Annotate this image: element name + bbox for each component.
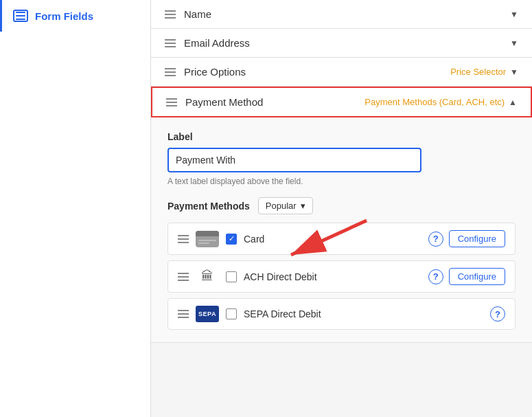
svg-rect-2: [16, 19, 25, 20]
drag-handle-ach[interactable]: [178, 273, 189, 281]
field-email-label: Email Address: [184, 37, 250, 49]
pm-item-sepa: SEPA SEPA Direct Debit ?: [167, 298, 516, 330]
field-row-name[interactable]: Name ▼: [151, 0, 532, 29]
sidebar: Form Fields: [0, 0, 151, 417]
pm-filter-dropdown[interactable]: Popular ▾: [258, 197, 313, 214]
payment-methods-badge: Payment Methods (Card, ACH, etc): [365, 97, 505, 107]
pm-item-ach: 🏛 ACH Direct Debit ? Configure: [167, 260, 516, 293]
svg-rect-1: [16, 15, 25, 16]
pm-section-title: Payment Methods: [167, 201, 250, 212]
sidebar-item-form-fields[interactable]: Form Fields: [0, 0, 150, 32]
pm-item-ach-left: 🏛 ACH Direct Debit: [178, 269, 421, 285]
pm-item-card-right: ? Configure: [428, 230, 505, 247]
field-row-email-left: Email Address: [165, 37, 250, 49]
field-row-payment[interactable]: Payment Method Payment Methods (Card, AC…: [151, 87, 532, 117]
card-payment-icon: [196, 231, 219, 247]
field-row-name-left: Name: [165, 8, 211, 20]
sepa-payment-icon: SEPA: [196, 306, 219, 322]
card-name: Card: [244, 234, 264, 245]
chevron-down-icon-price: ▼: [510, 67, 518, 77]
field-row-payment-right: Payment Methods (Card, ACH, etc) ▲: [365, 97, 517, 107]
field-row-name-right: ▼: [510, 10, 518, 19]
sepa-name: SEPA Direct Debit: [244, 308, 321, 319]
label-section: Label A text label displayed above the f…: [167, 131, 516, 186]
label-hint: A text label displayed above the field.: [167, 177, 516, 186]
payment-methods-section: Payment Methods Popular ▾: [167, 197, 516, 330]
card-checkbox[interactable]: [226, 234, 237, 245]
price-selector-badge: Price Selector: [450, 67, 506, 77]
field-payment-label: Payment Method: [185, 96, 263, 108]
expanded-panel: Label A text label displayed above the f…: [151, 117, 532, 343]
field-row-email-right: ▼: [510, 38, 518, 48]
ach-configure-button[interactable]: Configure: [449, 268, 505, 285]
sepa-checkbox[interactable]: [226, 308, 237, 319]
drag-handle-name[interactable]: [165, 10, 176, 19]
pm-item-card-left: Card: [178, 231, 421, 247]
pm-header: Payment Methods Popular ▾: [167, 197, 516, 214]
field-row-payment-left: Payment Method: [166, 96, 263, 108]
pm-item-ach-right: ? Configure: [428, 268, 505, 285]
drag-handle-price[interactable]: [165, 68, 176, 76]
chevron-down-icon-pm: ▾: [301, 201, 305, 211]
field-row-price-right: Price Selector ▼: [450, 67, 518, 77]
card-configure-button[interactable]: Configure: [449, 230, 505, 247]
svg-rect-0: [16, 12, 25, 13]
pm-item-sepa-left: SEPA SEPA Direct Debit: [178, 306, 483, 322]
sepa-help-button[interactable]: ?: [490, 306, 505, 322]
field-row-email[interactable]: Email Address ▼: [151, 29, 532, 58]
pm-item-card: Card ? Configure: [167, 223, 516, 255]
drag-handle-payment[interactable]: [166, 98, 177, 106]
pm-item-sepa-right: ?: [490, 306, 505, 322]
ach-name: ACH Direct Debit: [244, 271, 317, 282]
field-price-label: Price Options: [184, 66, 246, 78]
field-row-price[interactable]: Price Options Price Selector ▼: [151, 58, 532, 87]
ach-checkbox[interactable]: [226, 271, 237, 282]
main-content: Name ▼ Email Address ▼ Price Options Pri…: [151, 0, 532, 417]
field-name-label: Name: [184, 8, 211, 20]
chevron-down-icon-email: ▼: [510, 38, 518, 48]
pm-dropdown-label: Popular: [266, 201, 297, 211]
card-help-button[interactable]: ?: [428, 232, 443, 247]
ach-payment-icon: 🏛: [196, 269, 219, 285]
drag-handle-email[interactable]: [165, 39, 176, 47]
chevron-down-icon-name: ▼: [510, 10, 518, 19]
form-fields-icon: [13, 10, 28, 22]
chevron-up-icon-payment: ▲: [509, 98, 517, 107]
drag-handle-sepa[interactable]: [178, 310, 189, 318]
drag-handle-card[interactable]: [178, 235, 189, 243]
sidebar-item-label: Form Fields: [35, 10, 93, 22]
field-row-price-left: Price Options: [165, 66, 246, 78]
ach-help-button[interactable]: ?: [428, 269, 443, 284]
label-input[interactable]: [167, 148, 421, 172]
label-section-title: Label: [167, 131, 516, 142]
